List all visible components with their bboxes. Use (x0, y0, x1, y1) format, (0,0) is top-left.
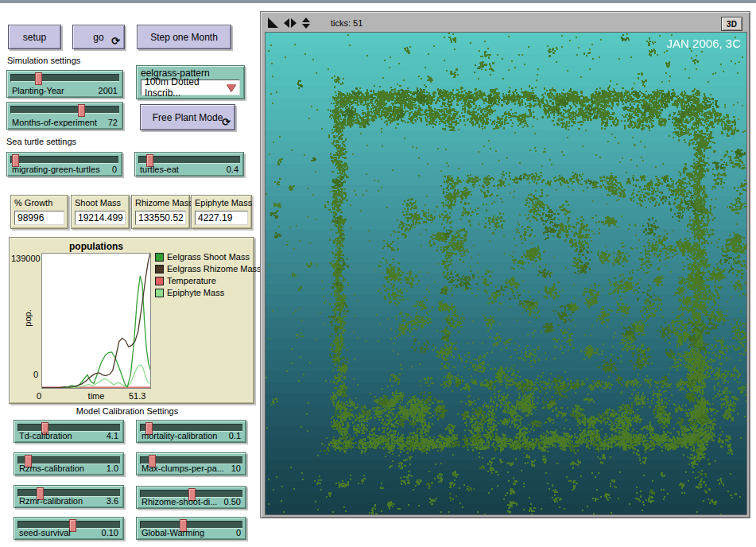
horizontal-arrows-icon[interactable] (284, 18, 297, 28)
legend-label: Eelgrass Shoot Mass (167, 252, 250, 262)
epiphyte-mass-monitor: Epiphyte Mass 4227.19 (191, 195, 252, 229)
y-axis-title: pop. (23, 309, 33, 326)
free-plant-mode-label: Free Plant Mode (153, 112, 223, 123)
slider-label: Max-clumps-per-pa... (142, 464, 224, 473)
seed-survival-slider[interactable]: seed-survival 0.10 (14, 517, 124, 540)
slider-value: 0.4 (227, 165, 238, 174)
rhizome-mass-monitor: Rhizome Mass 133550.52 (131, 195, 190, 229)
slider-label: migrating-green-turtles (12, 165, 100, 174)
world-date-overlay: JAN 2006, 3C (667, 37, 741, 50)
slider-label: Planting-Year (12, 86, 64, 95)
world-canvas (266, 33, 746, 514)
monitor-value: 98996 (14, 211, 64, 225)
slider-value: 0.10 (102, 528, 118, 537)
y-axis-max-label: 139000 (11, 254, 40, 263)
netlogo-interface: setup go ⟳ Step one Month Simulation set… (0, 0, 756, 547)
eelgrass-pattern-chooser[interactable]: eelgrass-pattern 100m Dotted Inscrib... (136, 65, 245, 99)
slider-track[interactable] (10, 74, 119, 82)
sea-turtle-settings-heading: Sea turtle settings (6, 137, 76, 146)
months-of-experiment-slider[interactable]: Months-of-experiment 72 (6, 102, 123, 130)
monitor-label: Rhizome Mass (135, 198, 193, 208)
monitor-value: 4227.19 (195, 211, 248, 225)
legend-swatch-temperature (155, 277, 164, 285)
window-top-strip (0, 0, 756, 3)
td-calibration-slider[interactable]: Td-calibration 4.1 (14, 420, 124, 443)
world-view-widget: ticks: 51 3D JAN 2006, 3C (260, 11, 750, 518)
slider-label: Rzmr-calibration (19, 496, 83, 506)
slider-handle[interactable] (35, 72, 42, 85)
slider-label: turtles-eat (140, 165, 179, 174)
setup-button[interactable]: setup (8, 25, 61, 49)
slider-label: Td-calibration (19, 431, 72, 440)
x-axis-min-label: 0 (37, 391, 41, 401)
global-warming-slider[interactable]: Global-Warming 0 (136, 517, 246, 540)
x-axis-max-label: 51.3 (129, 391, 156, 401)
rzms-calibration-slider[interactable]: Rzms-calibration 1.0 (14, 452, 124, 475)
step-one-month-label: Step one Month (150, 32, 218, 43)
ticks-counter: ticks: 51 (331, 18, 362, 28)
slider-label: Global-Warming (142, 528, 204, 537)
mortality-calibration-slider[interactable]: mortality-calibration 0.1 (136, 420, 246, 443)
migrating-green-turtles-slider[interactable]: migrating-green-turtles 0 (6, 152, 122, 177)
populations-plot: populations 139000 0 pop. 0 time 51.3 Ee… (9, 237, 254, 404)
monitor-value: 133550.52 (135, 211, 186, 225)
shoot-mass-monitor: Shoot Mass 19214.499 (71, 195, 130, 229)
slider-value: 4.1 (107, 431, 118, 440)
slider-label: Months-of-experiment (12, 118, 97, 127)
setup-button-label: setup (23, 32, 46, 43)
monitor-value: 19214.499 (75, 211, 126, 225)
rzmr-calibration-slider[interactable]: Rzmr-calibration 3.6 (14, 485, 124, 508)
chevron-down-icon (227, 84, 236, 91)
legend-label: Epiphyte Mass (167, 288, 224, 297)
slider-value: 0 (236, 528, 241, 537)
forever-icon: ⟳ (111, 35, 120, 47)
vertical-arrows-icon[interactable] (302, 17, 310, 29)
forever-icon: ⟳ (222, 116, 231, 128)
x-axis-title: time (79, 391, 113, 401)
monitor-label: Epiphyte Mass (195, 198, 252, 208)
slider-handle[interactable] (78, 104, 85, 117)
legend-label: Temperature (167, 276, 216, 285)
reset-perspective-icon[interactable] (268, 17, 278, 28)
slider-value: 1.0 (107, 464, 118, 473)
chooser-selected-value: 100m Dotted Inscrib... (145, 76, 227, 99)
legend-swatch-rhizome (155, 265, 164, 274)
slider-label: Rzms-calibration (19, 464, 84, 473)
go-button[interactable]: go ⟳ (72, 25, 125, 49)
legend-item: Eelgrass Shoot Mass (155, 251, 250, 262)
slider-label: seed-survival (19, 528, 71, 537)
legend-swatch-shoot (155, 253, 164, 262)
slider-label: mortality-calibration (142, 431, 217, 440)
chooser-dropdown[interactable]: 100m Dotted Inscrib... (141, 80, 240, 95)
slider-value: 10 (231, 464, 241, 473)
legend-swatch-epiphyte (155, 289, 164, 297)
max-clumps-slider[interactable]: Max-clumps-per-pa... 10 (136, 452, 246, 475)
step-one-month-button[interactable]: Step one Month (137, 25, 231, 49)
slider-value: 3.6 (107, 496, 118, 506)
world-display: JAN 2006, 3C (265, 32, 747, 515)
slider-track[interactable] (138, 156, 240, 164)
slider-value: 0 (112, 165, 117, 174)
simulation-settings-heading: Simulation settings (7, 56, 80, 65)
plot-title: populations (41, 241, 151, 252)
plot-area (41, 253, 151, 389)
legend-item: Epiphyte Mass (155, 287, 224, 298)
slider-track[interactable] (10, 106, 119, 114)
slider-value: 0.1 (229, 431, 241, 440)
turtles-eat-slider[interactable]: turtles-eat 0.4 (134, 152, 244, 177)
slider-value: 72 (108, 118, 118, 127)
slider-value: 2001 (99, 86, 118, 95)
legend-label: Eelgrass Rhizome Mass (167, 264, 262, 274)
free-plant-mode-button[interactable]: Free Plant Mode ⟳ (140, 104, 235, 130)
y-axis-min-label: 0 (25, 370, 38, 379)
threed-button[interactable]: 3D (721, 17, 742, 31)
view-titlebar: ticks: 51 3D (262, 14, 748, 32)
slider-track[interactable] (10, 156, 118, 164)
legend-item: Temperature (155, 275, 216, 286)
monitor-label: % Growth (14, 198, 52, 208)
slider-label: Rhizome-shoot-di... (142, 497, 217, 506)
planting-year-slider[interactable]: Planting-Year 2001 (6, 70, 123, 98)
rhizome-shoot-slider[interactable]: Rhizome-shoot-di... 0.50 (136, 486, 246, 509)
go-button-label: go (93, 32, 103, 43)
growth-monitor: % Growth 98996 (10, 195, 68, 229)
